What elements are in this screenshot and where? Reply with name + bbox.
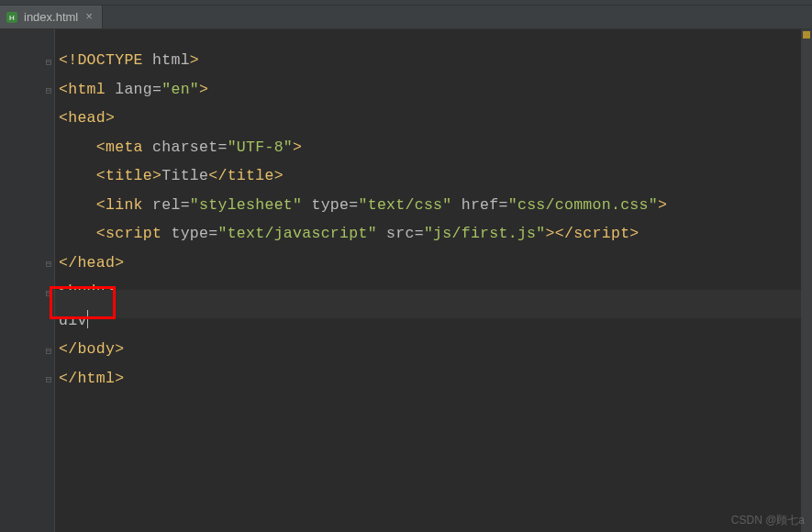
tab-label: index.html <box>24 10 78 24</box>
fold-icon[interactable]: ⊟ <box>44 376 53 385</box>
fold-icon[interactable]: ⊟ <box>44 348 53 357</box>
tab-index-html[interactable]: H index.html × <box>0 6 103 28</box>
watermark: CSDN @顾七a <box>731 513 805 528</box>
gutter: ⊟ ⊟ ⊟ ⊟ ⊟ ⊟ <box>0 29 55 532</box>
code-line[interactable]: </html> <box>59 364 812 393</box>
code-line[interactable]: <script type="text/javascript" src="js/f… <box>59 219 812 249</box>
code-area[interactable]: <!DOCTYPE html> <html lang="en"> <head> … <box>55 29 812 532</box>
current-line-highlight <box>55 290 812 319</box>
fold-icon[interactable]: ⊟ <box>44 59 53 68</box>
code-line[interactable]: <!DOCTYPE html> <box>59 46 812 75</box>
fold-icon[interactable]: ⊟ <box>44 260 53 270</box>
vertical-scrollbar[interactable] <box>801 29 812 532</box>
tab-bar: H index.html × <box>0 6 812 29</box>
caret-icon <box>87 310 89 328</box>
fold-icon[interactable]: ⊟ <box>44 290 53 299</box>
code-line[interactable]: <link rel="stylesheet" type="text/css" h… <box>59 191 812 220</box>
code-line[interactable]: </head> <box>59 249 812 278</box>
code-line[interactable]: <title>Title</title> <box>59 161 812 191</box>
warning-marker-icon[interactable] <box>803 31 810 39</box>
code-line[interactable]: </body> <box>59 335 812 364</box>
svg-text:H: H <box>9 14 15 22</box>
code-line[interactable]: <html lang="en"> <box>59 75 812 105</box>
html-file-icon: H <box>6 11 18 24</box>
editor-area[interactable]: ⊟ ⊟ ⊟ ⊟ ⊟ ⊟ <!DOCTYPE html> <html lang="… <box>0 29 812 532</box>
close-icon[interactable]: × <box>83 11 95 23</box>
code-line[interactable]: <head> <box>59 104 812 133</box>
fold-icon[interactable]: ⊟ <box>44 87 53 96</box>
code-line[interactable]: <meta charset="UTF-8"> <box>59 133 812 162</box>
